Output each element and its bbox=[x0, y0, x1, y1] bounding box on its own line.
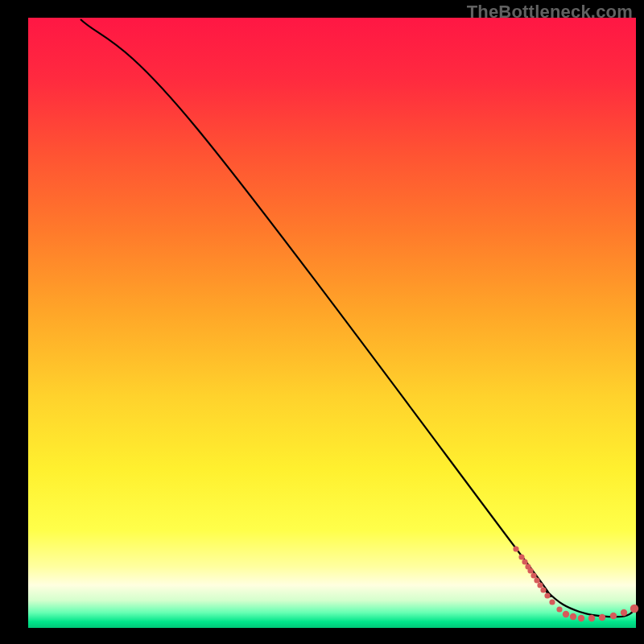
chart-container: TheBottleneck.com bbox=[0, 0, 644, 644]
data-point bbox=[588, 615, 595, 621]
watermark-text: TheBottleneck.com bbox=[467, 2, 633, 23]
data-point bbox=[534, 577, 539, 583]
data-point bbox=[610, 613, 617, 619]
data-point bbox=[563, 611, 569, 617]
data-point bbox=[544, 592, 550, 598]
data-point bbox=[513, 546, 518, 551]
data-point bbox=[556, 606, 562, 612]
data-point bbox=[570, 613, 576, 620]
data-point bbox=[540, 587, 546, 592]
data-point bbox=[621, 609, 627, 616]
data-point bbox=[522, 559, 527, 564]
data-point bbox=[527, 568, 533, 573]
data-point bbox=[599, 614, 605, 621]
data-point bbox=[630, 605, 638, 613]
data-point bbox=[518, 554, 524, 559]
data-point bbox=[530, 572, 536, 578]
data-point bbox=[549, 599, 555, 605]
plot-background bbox=[28, 18, 636, 628]
data-point bbox=[537, 582, 543, 588]
data-point bbox=[578, 615, 584, 621]
bottleneck-chart bbox=[0, 0, 644, 644]
